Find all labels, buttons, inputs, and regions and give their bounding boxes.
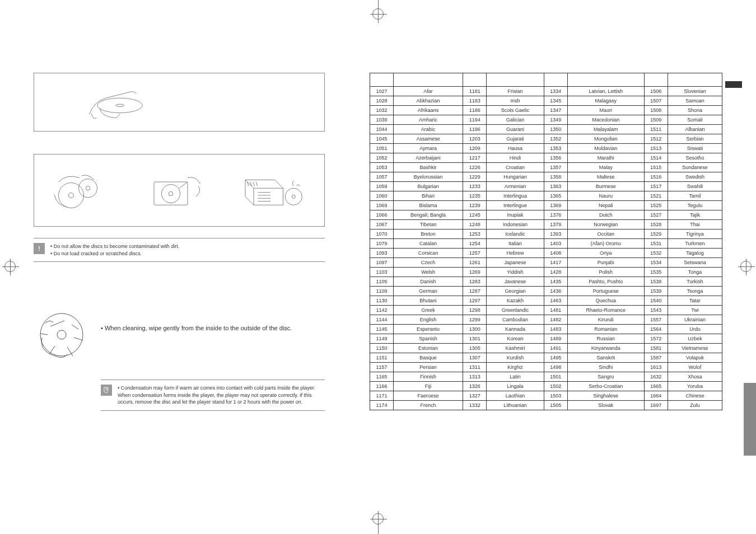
language-name-cell: Catalan	[394, 239, 463, 249]
language-code-cell: 1557	[644, 315, 668, 325]
language-name-cell: Arabic	[394, 125, 463, 134]
language-code-cell: 1527	[644, 210, 668, 220]
language-code-cell: 1369	[544, 201, 567, 210]
language-code-cell: 1203	[463, 134, 487, 144]
language-code-cell: 1572	[644, 334, 668, 344]
language-name-cell: Laothian	[487, 391, 544, 401]
language-name-cell: Maori	[567, 106, 644, 115]
caution-symbol: !	[38, 246, 40, 252]
language-name-cell: Korean	[487, 334, 544, 344]
table-row: 1052Azerbaijani1217Hindi1356Marathi1514S…	[370, 153, 722, 163]
caution-text: • Do not allow the discs to become conta…	[50, 243, 179, 257]
language-code-cell: 1045	[370, 134, 394, 144]
language-name-cell: Faeroese	[394, 391, 463, 401]
language-code-cell: 1512	[644, 134, 668, 144]
language-name-cell: Inupiak	[487, 210, 544, 220]
language-code-cell: 1283	[463, 277, 487, 287]
thumb-tab	[744, 383, 756, 456]
svg-point-1	[116, 104, 124, 106]
registration-mark-left	[4, 261, 16, 273]
language-code-cell: 1305	[463, 344, 487, 353]
language-name-cell: Fiji	[394, 382, 463, 391]
condensation-note: • Condensation may form if warm air come…	[118, 385, 325, 406]
table-row: 1060Bihari1235Interlingua1365Nauru1521Ta…	[370, 191, 722, 201]
cleaning-text: • When cleaning, wipe gently from the in…	[101, 307, 292, 333]
language-name-cell: Kashmiri	[487, 344, 544, 353]
table-row: 1051Aymara1209Hausa1353Moldavian1513Sisw…	[370, 144, 722, 153]
language-name-cell: Tsonga	[668, 287, 722, 296]
table-row: 1142Greek1298Greenlandic1481Rhaeto-Roman…	[370, 306, 722, 315]
language-code-cell: 1352	[544, 134, 567, 144]
language-code-cell: 1298	[463, 306, 487, 315]
language-name-cell: Romanian	[567, 325, 644, 334]
language-code-cell: 1301	[463, 334, 487, 344]
disc-handling-illustration	[34, 154, 325, 227]
language-code-cell: 1313	[463, 372, 487, 382]
cleaning-instruction: • When cleaning, wipe gently from the in…	[101, 324, 292, 333]
language-name-cell: Aymara	[394, 144, 463, 153]
language-name-cell: Shona	[668, 106, 722, 115]
language-name-cell: Serbo-Croatian	[567, 382, 644, 391]
language-name-cell: Uzbek	[668, 334, 722, 344]
svg-point-8	[169, 191, 173, 196]
language-code-cell: 1248	[463, 220, 487, 229]
language-name-cell: Setswana	[668, 258, 722, 268]
language-code-cell: 1300	[463, 325, 487, 334]
language-code-cell: 1539	[644, 287, 668, 296]
language-name-cell: Sesotho	[668, 153, 722, 163]
language-code-cell: 1697	[644, 401, 668, 410]
language-code-cell: 1684	[644, 391, 668, 401]
language-name-cell: Azerbaijani	[394, 153, 463, 163]
language-code-cell: 1194	[463, 115, 487, 125]
language-name-cell: Breton	[394, 229, 463, 239]
caution-line-2: • Do not load cracked or scratched discs…	[50, 250, 179, 257]
table-row: 1166Fiji1326Lingala1502Serbo-Croatian166…	[370, 382, 722, 391]
language-code-cell: 1150	[370, 344, 394, 353]
language-code-cell: 1505	[544, 401, 567, 410]
language-name-cell: Byelorussian	[394, 172, 463, 182]
language-code-cell: 1311	[463, 363, 487, 372]
language-code-cell: 1069	[370, 201, 394, 210]
language-name-cell: Macedonian	[567, 115, 644, 125]
language-name-cell: Volapuk	[668, 353, 722, 363]
language-name-cell: Frisian	[487, 87, 544, 96]
language-code-cell: 1254	[463, 239, 487, 249]
language-name-cell: Kinyarwanda	[567, 344, 644, 353]
language-code-cell: 1334	[544, 87, 567, 96]
language-code-cell: 1326	[463, 382, 487, 391]
language-code-cell: 1229	[463, 172, 487, 182]
language-name-cell: Lithuanian	[487, 401, 544, 410]
language-name-cell: Indonesian	[487, 220, 544, 229]
language-code-cell: 1531	[644, 239, 668, 249]
language-code-cell: 1327	[463, 391, 487, 401]
language-code-cell: 1513	[644, 144, 668, 153]
table-row: 1027Afar1181Frisian1334Latvian, Lettish1…	[370, 87, 722, 96]
language-name-cell: Malagasy	[567, 96, 644, 106]
table-row: 1171Faeroese1327Laothian1503Singhalese16…	[370, 391, 722, 401]
language-code-cell: 1027	[370, 87, 394, 96]
language-name-cell: Serbian	[668, 134, 722, 144]
language-name-cell: Danish	[394, 277, 463, 287]
language-code-cell: 1345	[544, 96, 567, 106]
note-icon	[101, 385, 112, 396]
language-code-cell: 1130	[370, 296, 394, 306]
language-name-cell: Afar	[394, 87, 463, 96]
language-code-cell: 1502	[544, 382, 567, 391]
table-row: 1149Spanish1301Korean1489Russian1572Uzbe…	[370, 334, 722, 344]
language-code-cell: 1057	[370, 172, 394, 182]
registration-mark-bottom	[372, 513, 384, 526]
language-code-cell: 1495	[544, 353, 567, 363]
language-code-cell: 1525	[644, 201, 668, 210]
table-row: 1103Welsh1269Yiddish1428Polish1535Tonga	[370, 268, 722, 277]
language-code-cell: 1587	[644, 353, 668, 363]
language-code-cell: 1149	[370, 334, 394, 344]
language-name-cell: Assamese	[394, 134, 463, 144]
language-code-cell: 1508	[644, 106, 668, 115]
language-code-cell: 1613	[644, 363, 668, 372]
language-code-cell: 1534	[644, 258, 668, 268]
language-name-cell: Nauru	[567, 191, 644, 201]
language-name-cell: Tamil	[668, 191, 722, 201]
language-name-cell: Slovenian	[668, 87, 722, 96]
language-name-cell: Swedish	[668, 172, 722, 182]
table-row: 1028Abkhazian1183Irish1345Malagasy1507Sa…	[370, 96, 722, 106]
